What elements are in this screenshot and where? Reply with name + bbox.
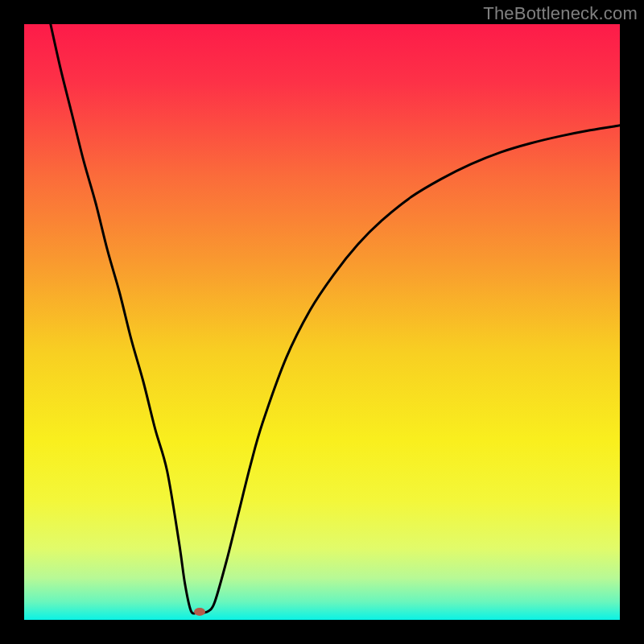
optimum-marker bbox=[194, 608, 205, 616]
watermark-text: TheBottleneck.com bbox=[483, 3, 638, 24]
plot-area bbox=[24, 24, 620, 620]
curve-layer bbox=[24, 24, 620, 620]
bottleneck-curve bbox=[48, 24, 620, 613]
chart-frame: TheBottleneck.com bbox=[0, 0, 644, 644]
